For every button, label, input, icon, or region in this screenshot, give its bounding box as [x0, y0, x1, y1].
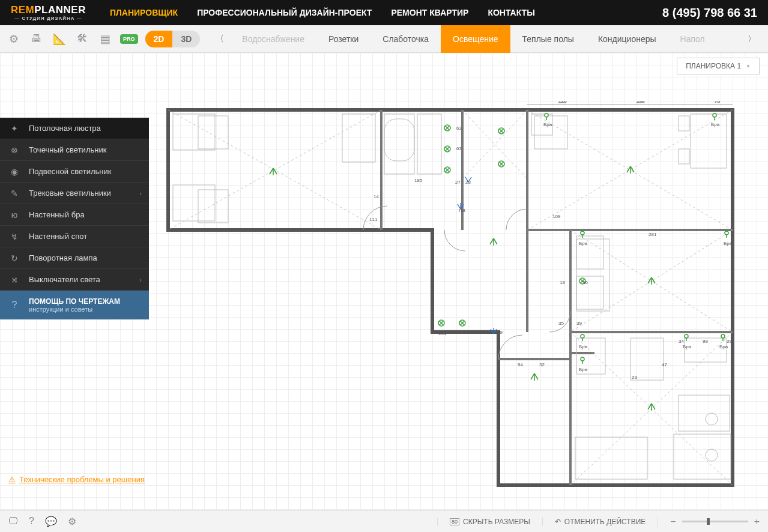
main-nav: ПЛАНИРОВЩИК ПРОФЕССИОНАЛЬНЫЙ ДИЗАЙН-ПРОЕ… [110, 8, 662, 17]
svg-line-24 [462, 110, 527, 179]
dim-label: 14 [373, 194, 379, 199]
logo-rem: REM [11, 4, 34, 16]
side-item-chandelier[interactable]: ✦ Потолочная люстра [0, 118, 149, 139]
zoom-control: − + [658, 516, 760, 527]
tab-floor[interactable]: Напол [668, 25, 717, 53]
side-panel: ✦ Потолочная люстра ⊗ Точечный светильни… [0, 118, 149, 319]
svg-rect-28 [198, 190, 228, 223]
tab-warmfloor[interactable]: Теплые полы [510, 25, 586, 53]
tab-water[interactable]: Водоснабжение [230, 25, 316, 53]
view-3d-button[interactable]: 3D [172, 31, 200, 47]
side-help-title: ПОМОЩЬ ПО ЧЕРТЕЖАМ [29, 297, 120, 306]
floorplan[interactable]: 125 233 75 63 63 185 27 28 14 111 109 28… [162, 101, 739, 491]
bra-label: Бра [579, 367, 588, 372]
chandelier-icon: ✦ [7, 124, 22, 133]
tools-icon[interactable]: 🛠 [74, 31, 90, 47]
zoom-in-button[interactable]: + [754, 516, 760, 527]
tab-lowvolt[interactable]: Слаботочка [370, 25, 441, 53]
track-icon: ✎ [7, 189, 22, 198]
bra-label: Бра [683, 344, 692, 349]
nav-design-project[interactable]: ПРОФЕССИОНАЛЬНЫЙ ДИЗАЙН-ПРОЕКТ [197, 8, 372, 17]
side-item-label: Точечный светильник [29, 145, 106, 154]
footer: 🖵 ? 💬 ⚙ 80 СКРЫТЬ РАЗМЕРЫ ↶ ОТМЕНИТЬ ДЕЙ… [0, 510, 768, 532]
dim-label: 39 [576, 321, 582, 326]
side-item-wallspot[interactable]: ↯ Настенный спот [0, 226, 149, 247]
tech-problems-link[interactable]: Технические проблемы и решения [8, 475, 145, 484]
gear-icon[interactable]: ⚙ [6, 31, 22, 47]
view-toggle: 2D 3D [145, 31, 201, 47]
svg-rect-46 [674, 434, 731, 479]
tabs-prev-icon[interactable]: 〈 [210, 34, 230, 44]
logo[interactable]: REMPLANNER — СТУДИЯ ДИЗАЙНА — [11, 5, 86, 21]
bra-label: Бра [579, 241, 588, 246]
dim-label: 28 [465, 180, 471, 185]
zoom-out-button[interactable]: − [670, 516, 676, 527]
pv-label: ПВ [459, 208, 465, 213]
svg-rect-32 [417, 114, 441, 174]
header: REMPLANNER — СТУДИЯ ДИЗАЙНА — ПЛАНИРОВЩИ… [0, 0, 768, 25]
tab-sockets[interactable]: Розетки [316, 25, 370, 53]
tabs-next-icon[interactable]: 〉 [742, 34, 762, 44]
zoom-slider[interactable] [682, 521, 748, 522]
svg-rect-25 [173, 114, 215, 150]
side-help-sub: инструкции и советы [29, 306, 120, 313]
layout-dropdown[interactable]: ПЛАНИРОВКА 1 [677, 58, 760, 74]
canvas-area[interactable]: ПЛАНИРОВКА 1 ✦ Потолочная люстра ⊗ Точеч… [0, 53, 768, 510]
phone-number[interactable]: 8 (495) 798 66 31 [662, 6, 757, 20]
pendant-icon: ◉ [7, 167, 22, 177]
settings-icon[interactable]: ⚙ [68, 516, 76, 527]
tab-ac[interactable]: Кондиционеры [586, 25, 668, 53]
view-2d-button[interactable]: 2D [145, 31, 173, 47]
monitor-icon[interactable]: 🖵 [8, 516, 18, 527]
undo-button[interactable]: ↶ ОТМЕНИТЬ ДЕЙСТВИЕ [542, 518, 646, 526]
side-help[interactable]: ? ПОМОЩЬ ПО ЧЕРТЕЖАМ инструкции и советы [0, 291, 149, 319]
dim-label: 27 [455, 180, 461, 185]
side-item-rotary[interactable]: ↻ Поворотная лампа [0, 247, 149, 269]
nav-planner[interactable]: ПЛАНИРОВЩИК [110, 8, 178, 17]
side-item-pendant[interactable]: ◉ Подвесной светильник [0, 161, 149, 183]
side-item-spotlight[interactable]: ⊗ Точечный светильник [0, 139, 149, 161]
dim-label: 56 [582, 280, 588, 285]
dim-label: 233 [636, 101, 645, 104]
toolbar: ⚙ 🖶 📐 🛠 ▤ PRO 2D 3D 〈 Водоснабжение Розе… [0, 25, 768, 53]
print-icon[interactable]: 🖶 [29, 31, 44, 47]
side-item-label: Настенный спот [29, 232, 87, 241]
pro-badge[interactable]: PRO [120, 34, 138, 44]
svg-rect-40 [576, 239, 609, 311]
tab-lighting[interactable]: Освещение [441, 25, 510, 53]
hide-dims-button[interactable]: 80 СКРЫТЬ РАЗМЕРЫ [437, 518, 530, 526]
dim-label: 63 [456, 146, 462, 151]
side-item-sconce[interactable]: ю Настенный бра [0, 204, 149, 226]
layers-icon[interactable]: ▤ [97, 31, 113, 47]
dim-label: 63 [456, 125, 462, 131]
side-item-label: Потолочная люстра [29, 124, 101, 133]
switch-icon: ⤨ [7, 275, 22, 285]
svg-rect-45 [679, 395, 730, 431]
dim-label: 151 [438, 331, 447, 336]
side-item-switches[interactable]: ⤨ Выключатели света › [0, 269, 149, 291]
side-item-label: Настенный бра [29, 210, 85, 219]
bra-label: Бра [579, 344, 588, 349]
dim-label: 32 [539, 362, 545, 367]
dim-label: 109 [552, 214, 561, 219]
dim-label: 111 [369, 217, 378, 222]
help-circle-icon[interactable]: ? [29, 516, 34, 527]
svg-rect-31 [384, 119, 414, 161]
undo-icon: ↶ [555, 518, 561, 526]
ruler-icon[interactable]: 📐 [52, 31, 67, 47]
dim-badge: 80 [450, 518, 459, 525]
chat-icon[interactable]: 💬 [45, 516, 57, 527]
dim-label: 35 [558, 321, 564, 326]
svg-line-23 [462, 110, 527, 179]
side-item-track[interactable]: ✎ Трековые светильники › [0, 183, 149, 204]
chevron-right-icon: › [139, 190, 142, 197]
svg-point-48 [706, 413, 718, 425]
svg-point-47 [706, 449, 718, 461]
bra-label: Бра [719, 344, 728, 349]
logo-planner: PLANNER [34, 4, 86, 16]
dim-label: 75 [715, 101, 720, 104]
dim-label: 98 [703, 339, 708, 344]
nav-renovation[interactable]: РЕМОНТ КВАРТИР [391, 8, 468, 17]
dim-label: 185 [414, 178, 423, 183]
nav-contacts[interactable]: КОНТАКТЫ [488, 8, 534, 17]
